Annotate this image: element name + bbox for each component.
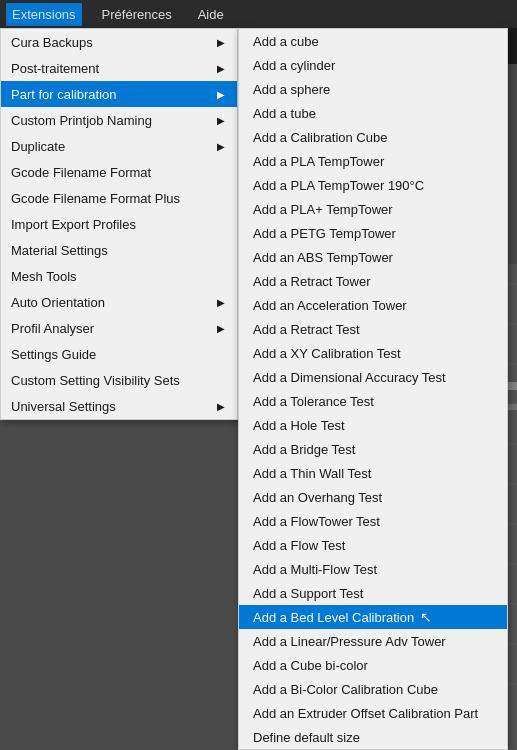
arrow-icon: ▶	[217, 89, 225, 100]
ext-item-cura-backups[interactable]: Cura Backups ▶	[1, 29, 237, 55]
ext-item-custom-setting-visibility[interactable]: Custom Setting Visibility Sets	[1, 367, 237, 393]
arrow-icon: ▶	[217, 141, 225, 152]
ext-item-duplicate[interactable]: Duplicate ▶	[1, 133, 237, 159]
cal-submenu-item-29[interactable]: Define default size	[239, 725, 507, 749]
arrow-icon: ▶	[217, 37, 225, 48]
arrow-icon: ▶	[217, 63, 225, 74]
ext-item-part-for-calibration[interactable]: Part for calibration ▶	[1, 81, 237, 107]
ext-item-material-settings[interactable]: Material Settings	[1, 237, 237, 263]
ext-item-gcode-format[interactable]: Gcode Filename Format	[1, 159, 237, 185]
ext-item-custom-printjob[interactable]: Custom Printjob Naming ▶	[1, 107, 237, 133]
cal-submenu-item-10[interactable]: Add a Retract Tower	[239, 269, 507, 293]
ext-item-universal-settings[interactable]: Universal Settings ▶	[1, 393, 237, 419]
ext-item-import-export[interactable]: Import Export Profiles	[1, 211, 237, 237]
menubar-extensions[interactable]: Extensions	[6, 3, 82, 26]
cal-submenu-item-5[interactable]: Add a PLA TempTower	[239, 149, 507, 173]
arrow-icon: ▶	[217, 323, 225, 334]
cal-submenu-item-20[interactable]: Add a FlowTower Test	[239, 509, 507, 533]
calibration-submenu: Add a cubeAdd a cylinderAdd a sphereAdd …	[238, 28, 508, 750]
cal-submenu-item-8[interactable]: Add a PETG TempTower	[239, 221, 507, 245]
arrow-icon: ▶	[217, 401, 225, 412]
cal-submenu-item-28[interactable]: Add an Extruder Offset Calibration Part	[239, 701, 507, 725]
cal-submenu-item-7[interactable]: Add a PLA+ TempTower	[239, 197, 507, 221]
ext-item-post-traitement[interactable]: Post-traitement ▶	[1, 55, 237, 81]
cal-submenu-item-17[interactable]: Add a Bridge Test	[239, 437, 507, 461]
cal-submenu-item-12[interactable]: Add a Retract Test	[239, 317, 507, 341]
cal-submenu-item-24[interactable]: Add a Bed Level Calibration↖	[239, 605, 507, 629]
ext-item-auto-orientation[interactable]: Auto Orientation ▶	[1, 289, 237, 315]
cal-submenu-item-23[interactable]: Add a Support Test	[239, 581, 507, 605]
cursor-pointer-icon: ↖	[420, 609, 432, 625]
cal-submenu-item-19[interactable]: Add an Overhang Test	[239, 485, 507, 509]
cal-submenu-item-15[interactable]: Add a Tolerance Test	[239, 389, 507, 413]
cal-submenu-item-11[interactable]: Add an Acceleration Tower	[239, 293, 507, 317]
cal-submenu-item-14[interactable]: Add a Dimensional Accuracy Test	[239, 365, 507, 389]
ext-item-gcode-format-plus[interactable]: Gcode Filename Format Plus	[1, 185, 237, 211]
extensions-dropdown: Cura Backups ▶ Post-traitement ▶ Part fo…	[0, 28, 238, 420]
cal-submenu-item-26[interactable]: Add a Cube bi-color	[239, 653, 507, 677]
cal-submenu-item-3[interactable]: Add a tube	[239, 101, 507, 125]
menubar-aide[interactable]: Aide	[192, 3, 230, 26]
ext-item-profil-analyser[interactable]: Profil Analyser ▶	[1, 315, 237, 341]
menu-bar: Extensions Préférences Aide	[0, 0, 517, 28]
cal-submenu-item-22[interactable]: Add a Multi-Flow Test	[239, 557, 507, 581]
cal-submenu-item-27[interactable]: Add a Bi-Color Calibration Cube	[239, 677, 507, 701]
cal-submenu-item-21[interactable]: Add a Flow Test	[239, 533, 507, 557]
cal-submenu-item-13[interactable]: Add a XY Calibration Test	[239, 341, 507, 365]
arrow-icon: ▶	[217, 115, 225, 126]
cal-submenu-item-25[interactable]: Add a Linear/Pressure Adv Tower	[239, 629, 507, 653]
cal-submenu-item-6[interactable]: Add a PLA TempTower 190°C	[239, 173, 507, 197]
cal-submenu-item-9[interactable]: Add an ABS TempTower	[239, 245, 507, 269]
menubar-preferences[interactable]: Préférences	[96, 3, 178, 26]
cal-submenu-item-16[interactable]: Add a Hole Test	[239, 413, 507, 437]
cal-submenu-item-0[interactable]: Add a cube	[239, 29, 507, 53]
cal-submenu-item-1[interactable]: Add a cylinder	[239, 53, 507, 77]
arrow-icon: ▶	[217, 297, 225, 308]
ext-item-mesh-tools[interactable]: Mesh Tools	[1, 263, 237, 289]
cal-submenu-item-18[interactable]: Add a Thin Wall Test	[239, 461, 507, 485]
ext-item-settings-guide[interactable]: Settings Guide	[1, 341, 237, 367]
cal-submenu-item-2[interactable]: Add a sphere	[239, 77, 507, 101]
cal-submenu-item-4[interactable]: Add a Calibration Cube	[239, 125, 507, 149]
